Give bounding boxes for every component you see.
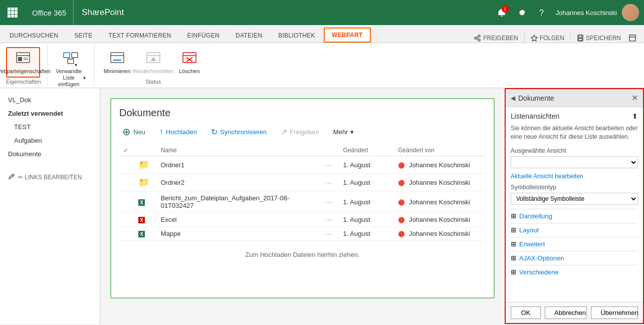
item-menu-dots[interactable]: ···	[326, 179, 333, 186]
sidebar-item-vl-dok[interactable]: VL_Dok	[0, 93, 100, 107]
speichern-button[interactable]: SPEICHERN	[575, 34, 623, 43]
edit-links-button[interactable]: ✏ LINKS BEARBEITEN	[0, 171, 100, 184]
panel-title: ◀ Dokumente	[511, 94, 554, 102]
toolbar-type-select[interactable]: Vollständige Symbolleiste	[511, 193, 638, 205]
abbrechen-button[interactable]: Abbrechen	[545, 306, 587, 319]
svg-line-14	[477, 38, 478, 40]
settings-gear-icon[interactable]	[513, 4, 531, 22]
table-row[interactable]: X Bericht_zum_Dateiplan_Aufgaben_2017-08…	[119, 191, 486, 213]
tab-webpart[interactable]: WEBPART	[324, 28, 371, 43]
item-menu-dots[interactable]: ···	[326, 216, 333, 223]
uebernehmen-button[interactable]: Übernehmen	[591, 306, 638, 319]
freigeben-doc-button[interactable]: ↗ Freigeben	[278, 125, 322, 139]
file-name: Bericht_zum_Dateiplan_Aufgaben_2017-08-0…	[157, 191, 322, 213]
eigenschaften-group-label: Eigenschaften	[6, 78, 41, 85]
tab-dateien[interactable]: DATEIEN	[228, 29, 270, 43]
expander-darstellung[interactable]: ⊞ Darstellung	[511, 209, 638, 223]
table-row[interactable]: X Excel ··· 1. August 🔴 Johannes Koschin…	[119, 213, 486, 227]
folgen-button[interactable]: FOLGEN	[529, 34, 566, 43]
mehr-button[interactable]: Mehr ▾	[330, 126, 357, 138]
item-menu-dots[interactable]: ···	[326, 198, 333, 206]
wiederherstellen-label: Wiederherstellen	[132, 68, 174, 75]
changed-date: 1. August	[339, 191, 394, 213]
tab-textformatieren[interactable]: TEXT FORMATIEREN	[101, 29, 179, 43]
svg-rect-17	[579, 35, 582, 38]
svg-rect-3	[8, 11, 11, 14]
panel-header: ◀ Dokumente ✕	[506, 89, 643, 107]
svg-rect-18	[578, 39, 582, 41]
synchronisieren-button[interactable]: ↻ Synchronisieren	[208, 125, 270, 139]
neu-button[interactable]: ⊕ Neu	[119, 125, 148, 139]
notification-bell-icon[interactable]: 1	[493, 4, 511, 22]
document-library: Dokumente ⊕ Neu ↑ Hochladen ↻ Synchronis…	[110, 98, 495, 298]
table-row[interactable]: 📁 Ordner2 ··· 1. August 🔴 Johannes Kosch…	[119, 174, 486, 191]
wiederherstellen-button[interactable]: Wiederherstellen	[136, 47, 170, 78]
user-avatar[interactable]	[622, 4, 639, 21]
expander-ajax[interactable]: ⊞ AJAX-Optionen	[511, 251, 638, 265]
status-group-label: Status	[100, 78, 206, 85]
ok-button[interactable]: OK	[511, 306, 541, 319]
tab-durchsuchen[interactable]: DURCHSUCHEN	[2, 29, 66, 43]
toolbar-group-beziehungen: ▾ Verwandte Liste einfügen ▾ Beziehungen	[48, 45, 94, 86]
sharepoint-icon: 🔴	[398, 162, 405, 168]
item-menu-dots[interactable]: ···	[326, 161, 333, 169]
documents-table: ✓ Name Geändert Geändert von 📁 Ordner1 ·…	[119, 145, 486, 241]
verwandte-liste-icon: ▾	[63, 50, 79, 66]
table-row[interactable]: X Mappe ··· 1. August 🔴 Johannes Koschin…	[119, 227, 486, 241]
mehr-label: Mehr	[333, 128, 348, 136]
verwandte-liste-button[interactable]: ▾ Verwandte Liste einfügen ▾	[54, 47, 88, 91]
hochladen-button[interactable]: ↑ Hochladen	[156, 125, 200, 138]
sidebar-item-zuletzt[interactable]: Zuletzt verwendet	[0, 107, 100, 120]
minimieren-icon	[109, 50, 125, 66]
svg-rect-5	[15, 11, 18, 14]
selected-view-select[interactable]	[511, 156, 638, 168]
changedby-name: Johannes Koschinski	[409, 230, 470, 237]
sidebar-item-aufgaben[interactable]: Aufgaben	[0, 134, 100, 147]
sidebar-item-dokumente[interactable]: Dokumente	[0, 147, 100, 161]
panel-close-button[interactable]: ✕	[631, 93, 638, 103]
sharepoint-label[interactable]: SharePoint	[74, 0, 132, 25]
plus-icon: ⊞	[511, 254, 516, 262]
tab-seite[interactable]: SEITE	[67, 29, 100, 43]
webparteigenschaften-icon	[15, 50, 31, 66]
panel-collapse-icon[interactable]: ◀	[511, 95, 515, 102]
panel-body: Listenansichten ⬆ Sie können die aktuell…	[506, 107, 643, 302]
expander-erweitert[interactable]: ⊞ Erweitert	[511, 237, 638, 251]
loeschen-button[interactable]: Löschen	[172, 47, 206, 78]
tab-bibliothek[interactable]: BIBLIOTHEK	[271, 29, 323, 43]
office365-label[interactable]: Office 365	[25, 0, 74, 25]
changedby-name: Johannes Koschinski	[409, 179, 470, 186]
svg-point-12	[475, 37, 477, 39]
panel-footer: OK Abbrechen Übernehmen	[506, 302, 643, 323]
sidebar-item-test[interactable]: TEST	[0, 120, 100, 134]
col-type-icon	[134, 145, 156, 156]
waffle-icon[interactable]	[0, 0, 25, 25]
username-label[interactable]: Johannes Koschinski	[553, 9, 620, 17]
expand-button[interactable]	[627, 34, 638, 43]
item-menu-dots[interactable]: ···	[326, 230, 333, 237]
tab-einfuegen[interactable]: EINFÜGEN	[180, 29, 227, 43]
plus-icon: ⊞	[511, 240, 516, 248]
sharepoint-icon: 🔴	[398, 199, 405, 205]
minimieren-button[interactable]: Minimieren	[100, 47, 134, 78]
svg-rect-0	[8, 8, 11, 11]
top-bar: Office 365 SharePoint 1 ? Johann	[0, 0, 644, 25]
webparteigenschaften-button[interactable]: Webparteigenschaften	[6, 47, 40, 78]
svg-rect-8	[15, 15, 18, 18]
col-changed-header: Geändert	[339, 145, 394, 156]
share-icon: ↗	[281, 127, 287, 137]
folder-icon: 📁	[138, 177, 149, 187]
help-question-icon[interactable]: ?	[533, 4, 551, 22]
plus-icon: ⊞	[511, 226, 516, 234]
wiederherstellen-icon	[145, 50, 161, 66]
content-area: Dokumente ⊕ Neu ↑ Hochladen ↻ Synchronis…	[100, 88, 505, 324]
expander-verschiedene[interactable]: ⊞ Verschiedene	[511, 265, 638, 279]
ribbon-actions: FREIGEBEN FOLGEN SPEICHERN	[468, 34, 642, 43]
table-row[interactable]: 📁 Ordner1 ··· 1. August 🔴 Johannes Kosch…	[119, 156, 486, 174]
freigeben-button[interactable]: FREIGEBEN	[472, 34, 520, 43]
panel-expand-icon[interactable]: ⬆	[632, 112, 638, 120]
edit-view-link[interactable]: Aktuelle Ansicht bearbeiten	[511, 172, 638, 180]
expander-layout[interactable]: ⊞ Layout	[511, 223, 638, 237]
selected-view-label: Ausgewählte Ansicht	[511, 147, 638, 154]
svg-rect-6	[8, 15, 11, 18]
